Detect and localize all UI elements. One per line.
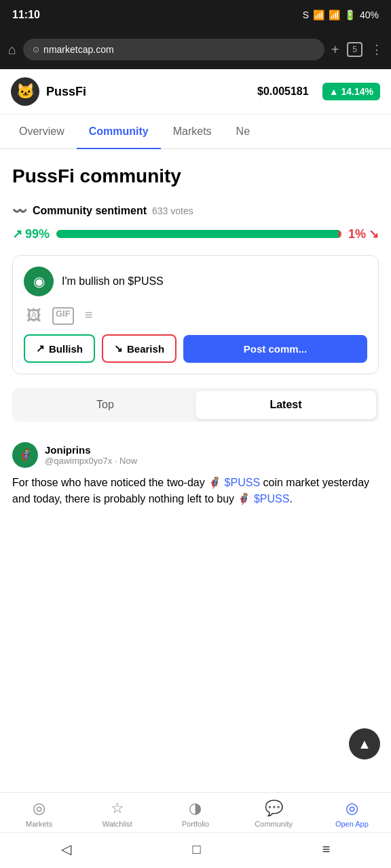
post-body-text-1: For those who have noticed the two-day 🦸 — [12, 477, 225, 488]
url-text: nmarketcap.com — [43, 44, 113, 55]
image-icon[interactable]: 🖼 — [26, 307, 41, 325]
system-nav: ◁ □ ≡ — [0, 832, 391, 868]
bullish-btn-icon: ↗ — [36, 342, 45, 355]
post-body: For those who have noticed the two-day 🦸… — [12, 475, 379, 507]
nav-watchlist[interactable]: ☆ Watchlist — [97, 800, 138, 828]
nav-open-app[interactable]: ◎ Open App — [331, 800, 372, 828]
bullish-percentage: ↗ 99% — [12, 226, 50, 241]
browser-menu-button[interactable]: ⋮ — [371, 42, 383, 57]
carrier-icon: S — [303, 9, 309, 20]
markets-label: Markets — [26, 820, 52, 828]
post-user-avatar: ◉ — [24, 267, 54, 296]
browser-bar: ⌂ ⊙ nmarketcap.com + 5 ⋮ — [0, 30, 391, 69]
home-button[interactable]: □ — [193, 842, 201, 857]
watchlist-icon: ☆ — [111, 800, 124, 817]
sentiment-label: Community sentiment — [33, 205, 147, 217]
bullish-button[interactable]: ↗ Bullish — [24, 334, 95, 363]
post-avatar: 🦸 — [12, 442, 38, 468]
portfolio-label: Portfolio — [182, 820, 209, 828]
battery-icon: 🔋 — [344, 9, 356, 20]
community-icon: 💬 — [265, 800, 283, 817]
bearish-btn-icon: ↘ — [114, 342, 123, 355]
sentiment-header: 〰️ Community sentiment 633 votes — [12, 203, 379, 218]
add-tab-button[interactable]: + — [331, 42, 339, 58]
home-icon[interactable]: ⌂ — [8, 42, 16, 58]
post-input-row: ◉ — [24, 267, 367, 296]
filter-toggle: Top Latest — [12, 388, 379, 422]
back-button[interactable]: ◁ — [61, 841, 71, 857]
sentiment-wave-icon: 〰️ — [12, 203, 27, 218]
bullish-arrow-icon: ↗ — [12, 226, 22, 241]
scroll-up-button[interactable]: ▲ — [349, 728, 380, 760]
status-time: 11:10 — [12, 9, 40, 21]
list-icon[interactable]: ≡ — [85, 307, 93, 325]
signal-icon: 📶 — [329, 9, 340, 20]
url-bar[interactable]: ⊙ nmarketcap.com — [23, 39, 324, 60]
watchlist-label: Watchlist — [103, 820, 132, 828]
bearish-arrow-icon: ↘ — [369, 226, 379, 241]
browser-actions: + 5 ⋮ — [331, 42, 383, 58]
post-handle: @qawimpx0yo7x · Now — [45, 456, 137, 466]
sentiment-votes: 633 votes — [152, 205, 193, 216]
change-value: 14.14% — [341, 86, 373, 97]
tab-news[interactable]: Ne — [224, 115, 262, 149]
nav-markets[interactable]: ◎ Markets — [19, 800, 60, 828]
post-box: ◉ 🖼 GIF ≡ ↗ Bullish ↘ Bearish Post comm.… — [12, 255, 379, 374]
filter-latest-button[interactable]: Latest — [196, 391, 376, 419]
open-app-label: Open App — [335, 820, 369, 828]
tab-community[interactable]: Community — [77, 115, 161, 149]
post-body-text-3: . — [289, 493, 292, 505]
tab-markets[interactable]: Markets — [161, 115, 224, 149]
status-bar: 11:10 S 📶 📶 🔋 40% — [0, 0, 391, 30]
coin-header: 🐱 PussFi $0.005181 ▲ 14.14% — [0, 69, 391, 115]
bullish-btn-label: Bullish — [49, 343, 83, 355]
sentiment-block: 〰️ Community sentiment 633 votes ↗ 99% 1… — [12, 203, 379, 241]
post-user-row: 🦸 Joniprins @qawimpx0yo7x · Now — [12, 442, 379, 468]
post-user-info: Joniprins @qawimpx0yo7x · Now — [45, 444, 137, 466]
tab-overview[interactable]: Overview — [7, 115, 77, 149]
filter-top-button[interactable]: Top — [15, 391, 196, 419]
coin-change: ▲ 14.14% — [322, 83, 380, 100]
security-icon: ⊙ — [33, 45, 39, 54]
bearish-btn-label: Bearish — [127, 343, 164, 355]
post-icons-row: 🖼 GIF ≡ — [24, 307, 367, 325]
wifi-icon: 📶 — [313, 9, 324, 20]
post-avatar-icon: 🦸 — [18, 448, 33, 462]
post-link-1[interactable]: $PUSS — [225, 477, 260, 488]
scroll-up-icon: ▲ — [358, 736, 371, 752]
community-title: PussFi community — [12, 165, 379, 187]
post-username: Joniprins — [45, 444, 137, 456]
bearish-percentage: 1% ↘ — [348, 226, 379, 241]
post-comment-button[interactable]: Post comm... — [183, 335, 367, 363]
coin-name: PussFi — [46, 85, 250, 99]
sentiment-bar — [56, 230, 341, 238]
bottom-nav: ◎ Markets ☆ Watchlist ◑ Portfolio 💬 Comm… — [0, 792, 391, 832]
sentiment-bar-row: ↗ 99% 1% ↘ — [12, 226, 379, 241]
sentiment-bar-fill — [56, 230, 339, 238]
open-app-icon: ◎ — [346, 800, 358, 817]
tab-count[interactable]: 5 — [347, 42, 362, 57]
tabs-row: Overview Community Markets Ne — [0, 115, 391, 149]
bearish-button[interactable]: ↘ Bearish — [102, 334, 176, 363]
coin-price: $0.005181 — [257, 85, 309, 98]
markets-icon: ◎ — [33, 800, 45, 817]
portfolio-icon: ◑ — [189, 800, 202, 817]
post-item: 🦸 Joniprins @qawimpx0yo7x · Now For thos… — [12, 435, 379, 514]
post-text-input[interactable] — [62, 275, 367, 288]
avatar-icon: ◉ — [33, 273, 45, 290]
nav-community[interactable]: 💬 Community — [253, 800, 294, 828]
nav-portfolio[interactable]: ◑ Portfolio — [175, 800, 216, 828]
main-content: PussFi community 〰️ Community sentiment … — [0, 149, 391, 792]
coin-avatar: 🐱 — [11, 77, 39, 106]
gif-icon[interactable]: GIF — [52, 307, 74, 325]
post-actions-row: ↗ Bullish ↘ Bearish Post comm... — [24, 334, 367, 363]
post-link-2[interactable]: $PUSS — [254, 493, 289, 505]
battery-level: 40% — [360, 9, 379, 20]
change-arrow-icon: ▲ — [329, 86, 339, 97]
status-icons: S 📶 📶 🔋 40% — [303, 9, 379, 20]
community-label: Community — [255, 820, 293, 828]
menu-button[interactable]: ≡ — [322, 842, 331, 857]
